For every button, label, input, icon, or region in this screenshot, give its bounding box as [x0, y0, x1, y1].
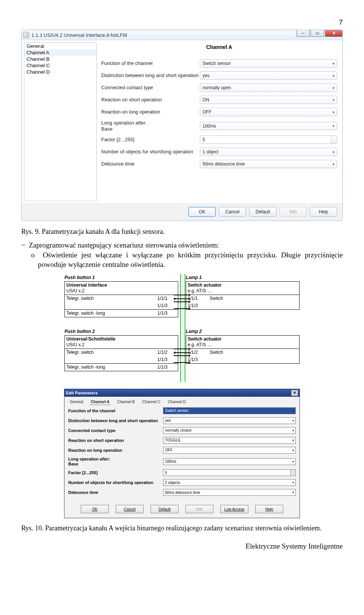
minimize-button[interactable]: ─: [296, 30, 310, 37]
figure-caption-10: Rys. 10. Parametryzacja kanału A wejścia…: [21, 524, 343, 532]
ep-select[interactable]: 100ms: [163, 458, 296, 465]
ep-titlebar: Edit Parameters ✕: [64, 389, 300, 397]
ep-label: Distinction between long and short opera…: [68, 418, 163, 423]
param-select[interactable]: Switch sensor: [200, 59, 337, 68]
signal-diagram: Push button 1 Universal interfaceUS/U x.…: [64, 274, 300, 382]
tab-channel-a[interactable]: Channel A: [89, 399, 111, 405]
param-select[interactable]: ON: [200, 96, 337, 104]
window-title: 1.1.1 US/U4.2 Universal Interface,4-fold…: [31, 32, 341, 38]
ep-default-button[interactable]: Default: [151, 505, 179, 513]
param-select[interactable]: 100ms: [200, 122, 337, 130]
help-button[interactable]: Help: [310, 207, 337, 217]
window-icon: [23, 32, 29, 38]
ep-cancel-button[interactable]: Cancel: [116, 505, 144, 513]
sidebar-item-channel-a[interactable]: Channel A: [24, 49, 96, 56]
body-text: −Zaprogramować następujący scenariusz st…: [21, 240, 343, 270]
ep-ok-button[interactable]: OK: [81, 505, 109, 513]
ep-label: Long operation after: Base: [68, 457, 163, 466]
tab-channel-d[interactable]: Channel D: [166, 399, 187, 405]
ep-select[interactable]: yes: [163, 417, 296, 424]
page-number: 7: [21, 18, 343, 27]
ep-select[interactable]: TOGGLE: [163, 437, 296, 444]
footer-text: Elektryczne Systemy Inteligentne: [21, 542, 343, 550]
ep-select[interactable]: Switch sensor: [163, 407, 296, 414]
cancel-button[interactable]: Cancel: [219, 207, 246, 217]
edit-parameters-dialog: Edit Parameters ✕ General Channel A Chan…: [64, 389, 300, 518]
ep-info-button[interactable]: Info: [185, 505, 213, 513]
ep-label: Debounce time: [68, 490, 163, 495]
sidebar-item-general[interactable]: General: [24, 43, 96, 49]
info-button[interactable]: Info: [279, 207, 307, 217]
sidebar-item-channel-b[interactable]: Channel B: [24, 56, 96, 62]
param-label: Reaction on long operation: [101, 109, 200, 115]
param-label: Function of the channel: [101, 60, 200, 66]
ep-select[interactable]: 50ms debounce time: [163, 489, 296, 496]
pb2-title: Push button 2: [64, 329, 178, 334]
param-label: Connected contact type: [101, 85, 200, 91]
ets-dialog: 1.1.1 US/U4.2 Universal Interface,4-fold…: [21, 30, 343, 221]
ep-label: Factor [2...255]: [68, 470, 163, 475]
close-icon[interactable]: ✕: [291, 390, 298, 396]
tab-channel-b[interactable]: Channel B: [116, 399, 136, 405]
panel-title: Channel A: [101, 44, 337, 50]
maximize-button[interactable]: ▭: [311, 30, 324, 37]
sidebar-item-channel-d[interactable]: Channel D: [24, 69, 96, 75]
ep-select[interactable]: normally closed: [163, 427, 296, 434]
tab-channel-c[interactable]: Channel C: [141, 399, 162, 405]
ep-label: Number of objects for short/long operati…: [68, 480, 163, 485]
tab-general[interactable]: General: [68, 399, 85, 405]
sidebar-item-channel-c[interactable]: Channel C: [24, 62, 96, 69]
default-button[interactable]: Default: [249, 207, 276, 217]
param-label: Long operation after: Base: [101, 120, 200, 132]
figure-caption-9: Rys. 9. Parametryzacja kanału A dla funk…: [21, 228, 343, 236]
param-label: Distinction between long and short opera…: [101, 73, 200, 79]
titlebar: 1.1.1 US/U4.2 Universal Interface,4-fold…: [22, 30, 342, 40]
ep-lowaccess-button[interactable]: Low Access: [220, 505, 248, 513]
param-select[interactable]: yes: [200, 71, 337, 80]
param-label: Number of objects for short/long operati…: [101, 149, 200, 155]
param-spinner[interactable]: 5: [200, 136, 337, 144]
param-label: Factor [2...255]: [101, 137, 200, 143]
param-label: Debounce time: [101, 161, 200, 167]
ep-select[interactable]: OFF: [163, 447, 296, 454]
param-select[interactable]: normally open: [200, 84, 337, 92]
lamp1-title: Lamp 1: [186, 275, 300, 281]
lamp2-title: Lamp 2: [186, 329, 300, 334]
ep-label: Reaction on long operation: [68, 448, 163, 453]
ok-button[interactable]: OK: [188, 207, 216, 217]
param-label: Reaction on short operation: [101, 97, 200, 103]
ep-label: Function of the channel: [68, 408, 163, 413]
param-select[interactable]: OFF: [200, 108, 337, 116]
ep-select[interactable]: 2 objects: [163, 479, 296, 486]
sidebar-list[interactable]: General Channel A Channel B Channel C Ch…: [24, 43, 97, 201]
ep-label: Reaction on short operation: [68, 438, 163, 443]
close-button[interactable]: ✕: [325, 30, 342, 37]
param-select[interactable]: 50ms debounce time: [200, 160, 337, 168]
ep-spinner[interactable]: 5: [163, 469, 296, 476]
param-select[interactable]: 1 object: [200, 148, 337, 156]
ep-help-button[interactable]: Help: [255, 505, 283, 513]
pb1-title: Push button 1: [64, 275, 178, 281]
ep-label: Connected contact type: [68, 428, 163, 433]
